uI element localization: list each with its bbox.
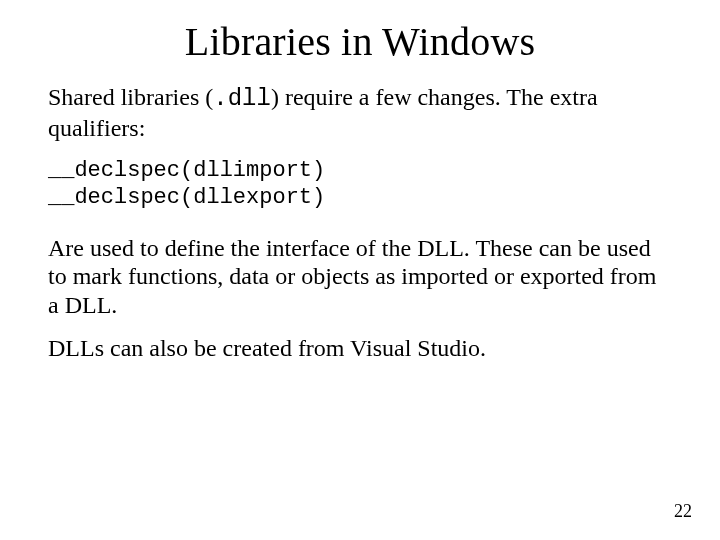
code-block: __declspec(dllimport) __declspec(dllexpo…: [48, 157, 672, 212]
code-line-2: __declspec(dllexport): [48, 185, 325, 210]
intro-text-pre: Shared libraries (: [48, 84, 213, 110]
slide-body: Shared libraries (.dll) require a few ch…: [48, 83, 672, 363]
description-paragraph: Are used to define the interface of the …: [48, 234, 672, 320]
intro-paragraph: Shared libraries (.dll) require a few ch…: [48, 83, 672, 143]
page-number: 22: [674, 501, 692, 522]
slide: Libraries in Windows Shared libraries (.…: [0, 0, 720, 540]
footer-paragraph: DLLs can also be created from Visual Stu…: [48, 334, 672, 363]
inline-code-dll: .dll: [213, 85, 271, 112]
slide-title: Libraries in Windows: [48, 18, 672, 65]
code-line-1: __declspec(dllimport): [48, 158, 325, 183]
